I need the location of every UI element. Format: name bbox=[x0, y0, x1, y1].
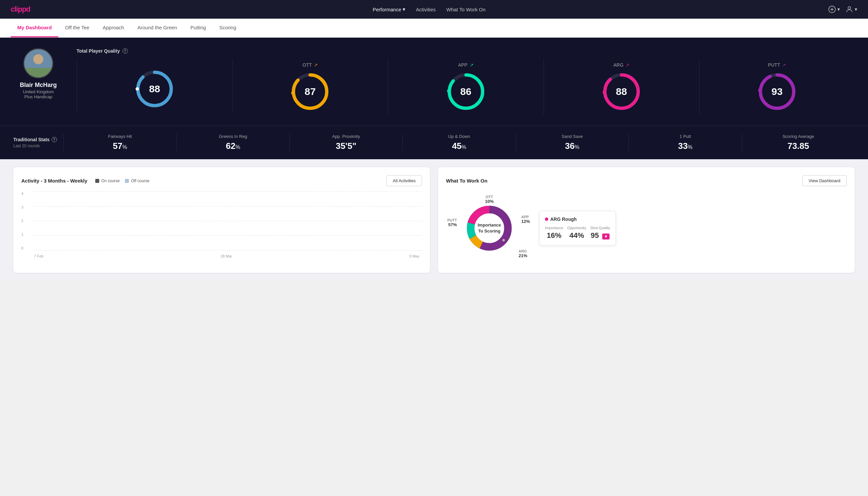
traditional-stats-title: Traditional Stats ? bbox=[13, 137, 63, 142]
activity-chart-title: Activity - 3 Months - Weekly bbox=[21, 178, 87, 184]
svg-point-3 bbox=[848, 7, 851, 9]
arg-donut: 88 bbox=[601, 72, 642, 112]
tabs-bar: My Dashboard Off the Tee Approach Around… bbox=[0, 19, 868, 37]
total-score-value: 88 bbox=[149, 83, 160, 95]
add-button[interactable]: ▾ bbox=[828, 5, 840, 13]
chevron-down-icon: ▾ bbox=[403, 6, 405, 12]
chart-legend: On course Off course bbox=[95, 179, 149, 183]
player-name: Blair McHarg bbox=[20, 82, 57, 89]
arg-rough-title: ARG Rough bbox=[545, 217, 610, 222]
putt-label-outer: PUTT 57% bbox=[447, 218, 457, 227]
stats-help-icon[interactable]: ? bbox=[52, 137, 57, 142]
putt-score-value: 93 bbox=[771, 86, 783, 97]
tab-my-dashboard[interactable]: My Dashboard bbox=[11, 19, 58, 37]
view-dashboard-button[interactable]: View Dashboard bbox=[802, 175, 847, 186]
app-score-value: 86 bbox=[460, 86, 471, 97]
legend-on-course: On course bbox=[95, 179, 120, 183]
total-donut: 88 bbox=[135, 69, 175, 109]
tab-putting[interactable]: Putting bbox=[184, 19, 213, 37]
stat-scoring-average: Scoring Average 73.85 bbox=[742, 134, 855, 151]
nav-links: Performance ▾ Activities What To Work On bbox=[373, 6, 486, 12]
donut-center-text: ImportanceTo Scoring bbox=[478, 222, 501, 234]
down-arrow-icon: ▼ bbox=[602, 233, 610, 239]
shot-quality-metric: Shot Quality 95 ▼ bbox=[590, 226, 610, 240]
wtwon-title: What To Work On bbox=[446, 178, 487, 184]
svg-point-21 bbox=[758, 89, 761, 92]
app-donut: 86 bbox=[446, 72, 486, 112]
arg-rough-card: ARG Rough Importance 16% Opportunity 44%… bbox=[539, 211, 616, 246]
arg-score-value: 88 bbox=[616, 86, 627, 97]
score-putt: PUTT ↗ 93 bbox=[699, 59, 855, 115]
stat-sand-save: Sand Save 36% bbox=[516, 134, 629, 151]
score-ott: OTT ↗ 87 bbox=[233, 59, 388, 115]
help-icon[interactable]: ? bbox=[123, 48, 128, 53]
tab-off-the-tee[interactable]: Off the Tee bbox=[58, 19, 96, 37]
tab-approach[interactable]: Approach bbox=[96, 19, 130, 37]
nav-right: ▾ ▾ bbox=[828, 5, 857, 13]
app-label: APP ↗ bbox=[458, 62, 474, 68]
arg-arrow: ↗ bbox=[626, 62, 630, 68]
svg-rect-6 bbox=[24, 68, 52, 77]
avatar bbox=[23, 48, 53, 78]
all-activities-button[interactable]: All Activities bbox=[386, 175, 422, 186]
ott-label: OTT ↗ bbox=[302, 62, 318, 68]
arg-dot bbox=[545, 218, 548, 221]
stats-bar: Traditional Stats ? Last 20 rounds Fairw… bbox=[0, 126, 868, 159]
chevron-down-icon: ▾ bbox=[855, 6, 857, 12]
stat-one-putt: 1 Putt 33% bbox=[629, 134, 741, 151]
player-country: United Kingdom bbox=[23, 89, 54, 94]
bottom-section: Activity - 3 Months - Weekly On course O… bbox=[0, 159, 868, 281]
arg-label: ARG ↗ bbox=[614, 62, 630, 68]
svg-point-18 bbox=[602, 91, 606, 94]
stat-fairways-hit: Fairways Hit 57% bbox=[63, 134, 176, 151]
user-menu[interactable]: ▾ bbox=[845, 5, 857, 13]
stat-up-down: Up & Down 45% bbox=[403, 134, 515, 151]
chevron-down-icon: ▾ bbox=[837, 6, 840, 12]
activity-panel: Activity - 3 Months - Weekly On course O… bbox=[13, 167, 430, 273]
activity-chart-area: 4 3 2 1 0 7 Feb 28 Mar 9 May bbox=[21, 191, 422, 258]
activity-panel-header: Activity - 3 Months - Weekly On course O… bbox=[21, 175, 422, 186]
x-axis: 7 Feb 28 Mar 9 May bbox=[31, 254, 422, 258]
stat-greens-in-reg: Greens In Reg 62% bbox=[176, 134, 289, 151]
putt-label: PUTT ↗ bbox=[768, 62, 786, 68]
ott-arrow: ↗ bbox=[314, 62, 318, 68]
tab-scoring[interactable]: Scoring bbox=[212, 19, 243, 37]
stats-subtitle: Last 20 rounds bbox=[13, 143, 63, 148]
what-to-work-on-panel: What To Work On View Dashboard OTT 10% A… bbox=[438, 167, 855, 273]
on-course-legend-dot bbox=[95, 179, 99, 183]
off-course-legend-dot bbox=[125, 179, 129, 183]
app-arrow: ↗ bbox=[470, 62, 474, 68]
player-info: Blair McHarg United Kingdom Plus Handica… bbox=[13, 48, 63, 99]
bars-container bbox=[31, 191, 422, 250]
total-quality-label: Total Player Quality bbox=[77, 48, 120, 53]
legend-off-course: Off course bbox=[125, 179, 149, 183]
y-axis: 4 3 2 1 0 bbox=[21, 191, 23, 250]
putt-arrow: ↗ bbox=[782, 62, 786, 68]
top-nav: clippd Performance ▾ Activities What To … bbox=[0, 0, 868, 19]
tab-around-the-green[interactable]: Around the Green bbox=[130, 19, 184, 37]
svg-point-15 bbox=[447, 89, 450, 93]
score-arg: ARG ↗ 88 bbox=[544, 59, 699, 115]
ott-score-value: 87 bbox=[305, 86, 316, 97]
hero-section: Blair McHarg United Kingdom Plus Handica… bbox=[0, 37, 868, 126]
app-logo: clippd bbox=[11, 5, 30, 14]
svg-point-5 bbox=[33, 54, 43, 64]
ott-donut: 87 bbox=[290, 72, 330, 112]
stats-label: Traditional Stats ? Last 20 rounds bbox=[13, 137, 63, 148]
nav-performance[interactable]: Performance ▾ bbox=[373, 6, 405, 12]
opportunity-metric: Opportunity 44% bbox=[567, 226, 586, 240]
stat-app-proximity: App. Proximity 35'5" bbox=[289, 134, 403, 151]
arg-metrics: Importance 16% Opportunity 44% Shot Qual… bbox=[545, 226, 610, 240]
putt-donut: 93 bbox=[757, 72, 797, 112]
nav-activities[interactable]: Activities bbox=[416, 7, 436, 12]
player-handicap: Plus Handicap bbox=[24, 94, 52, 99]
score-app: APP ↗ 86 bbox=[388, 59, 543, 115]
wtwon-header: What To Work On View Dashboard bbox=[446, 175, 847, 186]
importance-metric: Importance 16% bbox=[545, 226, 563, 240]
score-total: 88 bbox=[77, 59, 233, 112]
nav-what-to-work-on[interactable]: What To Work On bbox=[446, 7, 486, 12]
